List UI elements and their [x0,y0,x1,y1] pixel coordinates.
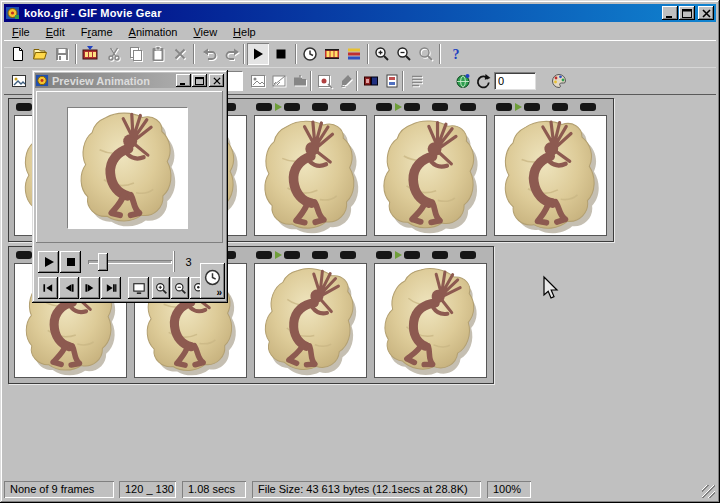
new-file-button[interactable] [7,43,29,65]
image-attributes-button[interactable] [314,70,336,92]
undo-button[interactable] [199,43,221,65]
frame-strip-button[interactable] [343,43,365,65]
frame-properties-icon [11,73,27,89]
film-slot [490,99,610,241]
preview-next-frame-button[interactable] [80,277,100,299]
zoom-out-icon [396,46,412,62]
perforation-hole [312,251,328,259]
menu-file[interactable]: File [4,24,38,40]
copy-icon [128,46,144,62]
save-icon [54,46,70,62]
title-bar[interactable]: koko.gif - GIF Movie Gear [4,4,716,22]
preview-prev-frame-button[interactable] [59,277,79,299]
resize-grip[interactable] [702,485,715,498]
preview-title-bar[interactable]: Preview Animation [35,73,225,88]
paste-button[interactable] [147,43,169,65]
menu-edit[interactable]: Edit [38,24,73,40]
play-button[interactable] [247,43,269,65]
film-slot [250,247,370,383]
zoom-actual-button[interactable] [415,43,437,65]
loop-count-input[interactable] [494,72,536,90]
preview-zoom-in-icon [155,282,168,295]
web-globe-button[interactable] [452,70,474,92]
film-frame-3[interactable] [254,115,367,236]
paint-button[interactable] [335,70,357,92]
next-frame-icon [84,283,96,293]
animation-strip-button[interactable] [321,43,343,65]
menu-frame[interactable]: Frame [73,24,121,40]
perforation-hole [340,251,356,259]
zoom-in-icon [374,46,390,62]
preview-first-frame-button[interactable] [38,277,58,299]
animation-strip-icon [324,46,340,62]
redo-button[interactable] [221,43,243,65]
preview-close-button[interactable] [209,74,224,87]
frame-marker-icon [515,103,522,111]
close-button[interactable] [698,6,714,20]
minimize-button[interactable] [662,6,678,20]
open-file-icon [32,46,48,62]
preview-zoom-in-button[interactable] [152,277,170,299]
minimize-icon [666,16,672,18]
film-frame-4[interactable] [374,115,487,236]
status-file-info: File Size: 43 613 bytes (12.1secs at 28.… [252,481,481,498]
new-file-icon [10,46,26,62]
preview-clock-more-icon: » [216,287,222,298]
palette-icon [551,73,567,89]
menu-view[interactable]: View [185,24,225,40]
main-toolbar: ? [4,40,716,66]
preview-maximize-button[interactable] [192,74,207,87]
zoom-out-button[interactable] [393,43,415,65]
effects-button[interactable] [381,70,403,92]
preview-window: Preview Animation 3 » [32,70,228,303]
insert-image-button[interactable] [247,70,269,92]
preview-last-frame-button[interactable] [101,277,121,299]
transition-button[interactable] [360,70,382,92]
menu-animation[interactable]: Animation [121,24,186,40]
help-icon: ? [448,46,464,62]
zoom-in-button[interactable] [371,43,393,65]
insert-frames-button[interactable] [79,43,101,65]
perforation-hole [552,103,568,111]
palette-button[interactable] [548,70,570,92]
preview-play-button[interactable] [38,251,59,273]
preview-monitor-button[interactable] [128,277,149,299]
stop-button[interactable] [270,43,292,65]
preview-stop-button[interactable] [60,251,81,273]
globe-icon [455,73,471,89]
loop-rotate-button[interactable] [474,70,492,92]
insert-image-icon [250,73,266,89]
help-button[interactable]: ? [445,43,467,65]
film-frame-8[interactable] [254,263,367,378]
menu-help[interactable]: Help [225,24,264,40]
film-frame-9[interactable] [374,263,487,378]
preview-clock-button[interactable]: » [200,263,225,299]
save-button[interactable] [51,43,73,65]
frame-strip-icon [346,46,362,62]
preview-play-icon [43,256,55,268]
copy-button[interactable] [125,43,147,65]
frame-properties-button[interactable] [8,70,30,92]
perforation-hole [376,251,392,259]
film-frame-5[interactable] [494,115,607,236]
preview-clock-icon [204,269,221,286]
frame-timing-button[interactable] [299,43,321,65]
perforation-hole [460,251,476,259]
svg-text:?: ? [453,47,460,62]
stop-icon [273,46,289,62]
open-file-button[interactable] [29,43,51,65]
status-selection: None of 9 frames [4,481,114,498]
cut-button[interactable] [103,43,125,65]
maximize-button[interactable] [679,6,695,20]
preview-minimize-button[interactable] [176,74,191,87]
prev-frame-icon [63,283,75,293]
preview-zoom-out-button[interactable] [171,277,189,299]
export-frame-button[interactable] [289,70,311,92]
perforation-hole [432,103,448,111]
preview-minimize-icon [180,83,185,85]
mask-frame-button[interactable] [268,70,290,92]
preview-speed-slider-thumb[interactable] [98,253,108,271]
frame-list-button[interactable] [406,70,428,92]
delete-button[interactable] [169,43,191,65]
frame-marker-icon [395,103,402,111]
